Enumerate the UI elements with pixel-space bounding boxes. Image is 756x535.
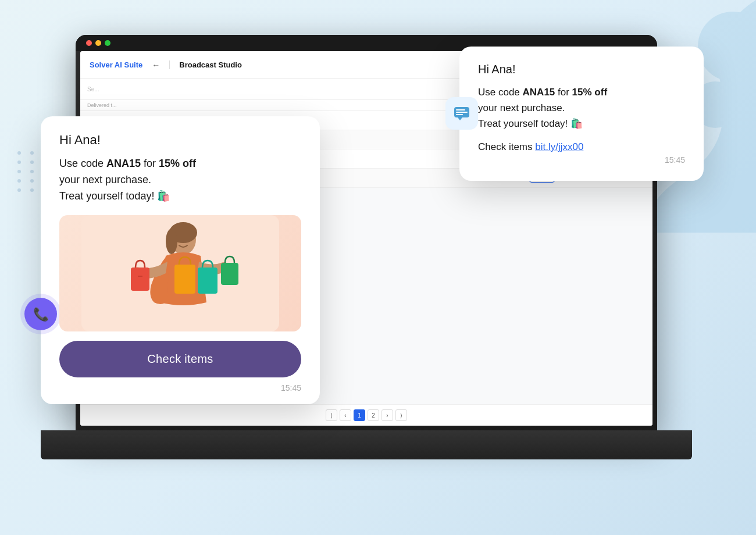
- broadcast-title: Broadcast Studio: [169, 60, 242, 69]
- traffic-light-yellow: [95, 40, 101, 46]
- svg-rect-16: [456, 112, 468, 113]
- svg-text:📞: 📞: [33, 306, 49, 322]
- page-last-button[interactable]: ⟩: [395, 409, 407, 421]
- page-2-button[interactable]: 2: [368, 409, 379, 421]
- viber-icon: 📞: [20, 294, 61, 334]
- check-items-label: Check items: [478, 141, 535, 152]
- viber-code: ANA15: [106, 158, 141, 169]
- product-image: [59, 215, 301, 331]
- sms-icon-wrapper: [445, 97, 478, 130]
- sms-message-body: Use code ANA15 for 15% off your next pur…: [478, 84, 685, 132]
- viber-greeting: Hi Ana!: [59, 133, 301, 148]
- svg-rect-11: [221, 263, 238, 285]
- traffic-light-red: [86, 40, 92, 46]
- traffic-light-green: [105, 40, 110, 46]
- viber-line4: Treat yourself today! 🛍️: [59, 190, 170, 202]
- svg-rect-17: [456, 114, 463, 115]
- laptop-base: [41, 430, 692, 459]
- sms-discount: 15% off: [572, 87, 607, 98]
- svg-rect-15: [456, 109, 465, 110]
- sms-link[interactable]: bit.ly/jjxx00: [535, 141, 583, 152]
- pagination: ⟨ ‹ 1 2 › ⟩: [80, 404, 652, 426]
- sms-link-line: Check items bit.ly/jjxx00: [478, 141, 685, 153]
- sms-greeting: Hi Ana!: [478, 63, 685, 76]
- solver-logo: Solver AI Suite: [90, 60, 142, 69]
- svg-rect-12: [174, 265, 195, 294]
- page-prev-button[interactable]: ‹: [340, 409, 351, 421]
- check-items-button[interactable]: Check items: [59, 341, 301, 377]
- page-next-button[interactable]: ›: [381, 409, 393, 421]
- sms-line3: Treat yourself today! 🛍️: [478, 118, 583, 129]
- svg-rect-13: [198, 268, 217, 294]
- page-first-button[interactable]: ⟨: [326, 409, 337, 421]
- page-1-button[interactable]: 1: [354, 409, 365, 421]
- sms-timestamp: 15:45: [478, 155, 685, 165]
- sms-message-card: Hi Ana! Use code ANA15 for 15% off your …: [459, 47, 704, 181]
- sms-bubble: [445, 97, 478, 130]
- back-button[interactable]: ←: [152, 60, 160, 70]
- viber-message-body: Use code ANA15 for 15% off your next pur…: [59, 156, 301, 205]
- svg-point-0: [698, 12, 756, 81]
- sms-line2: your next purchase.: [478, 102, 565, 113]
- viber-line3: your next purchase.: [59, 174, 151, 186]
- viber-message-card: 📞 Hi Ana! Use code ANA15 for 15% off you…: [41, 116, 320, 404]
- viber-timestamp: 15:45: [59, 383, 301, 393]
- svg-point-8: [166, 229, 177, 254]
- viber-discount: 15% off: [159, 158, 196, 169]
- svg-rect-9: [131, 268, 149, 291]
- sms-code: ANA15: [523, 87, 555, 98]
